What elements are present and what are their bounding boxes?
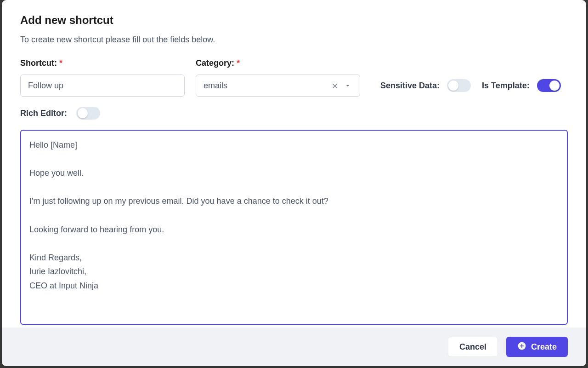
shortcut-input[interactable] [20,75,185,97]
required-marker: * [237,58,240,68]
cancel-button[interactable]: Cancel [448,337,498,357]
category-field-group: Category: * emails [196,58,360,97]
sensitive-data-block: Sensitive Data: [380,75,471,97]
toggle-knob [448,80,458,91]
toggle-knob [549,80,560,91]
category-select[interactable]: emails [196,75,360,97]
shortcut-label-text: Shortcut: [20,58,59,68]
toggle-knob [78,108,88,118]
shortcut-content-editor[interactable] [20,130,568,325]
shortcut-label: Shortcut: * [20,58,185,68]
create-button[interactable]: Create [506,337,568,357]
category-label-text: Category: [196,58,237,68]
is-template-block: Is Template: [482,75,561,97]
dialog-title: Add new shortcut [20,14,568,27]
dialog-subtitle: To create new shortcut please fill out t… [20,35,568,45]
is-template-toggle[interactable] [537,79,561,92]
is-template-label: Is Template: [482,81,530,91]
category-value: emails [204,81,328,91]
clear-category-icon[interactable] [328,79,341,92]
sensitive-data-toggle[interactable] [447,79,471,92]
rich-editor-toggle[interactable] [76,107,100,120]
plus-circle-icon [517,341,526,353]
dialog-body: Add new shortcut To create new shortcut … [2,0,586,328]
rich-editor-label: Rich Editor: [20,109,67,118]
add-shortcut-dialog: Add new shortcut To create new shortcut … [2,0,586,366]
shortcut-field-group: Shortcut: * [20,58,185,97]
dialog-footer: Cancel Create [2,328,586,366]
required-marker: * [59,58,62,68]
chevron-down-icon[interactable] [341,79,354,92]
category-label: Category: * [196,58,360,68]
fields-row-1: Shortcut: * Category: * emails [20,58,568,97]
sensitive-data-label: Sensitive Data: [380,81,440,91]
create-button-label: Create [531,342,557,352]
fields-row-2: Rich Editor: [20,107,568,120]
